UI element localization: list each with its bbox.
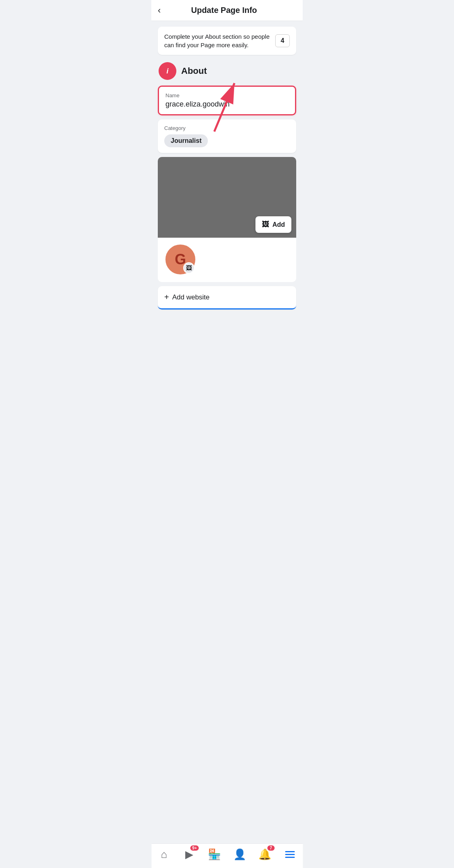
photo-icon: 🖼 bbox=[262, 220, 269, 229]
banner-text: Complete your About section so people ca… bbox=[164, 32, 270, 49]
page-title: Update Page Info bbox=[164, 6, 284, 15]
add-photo-label: Add bbox=[272, 221, 285, 228]
header: ‹ Update Page Info bbox=[151, 0, 303, 21]
name-value: grace.eliza.goodwin bbox=[165, 100, 289, 109]
banner-badge: 4 bbox=[275, 34, 290, 47]
about-header: i About bbox=[158, 62, 296, 80]
cover-photo-area[interactable]: 🖼 Add bbox=[158, 157, 296, 238]
about-title: About bbox=[181, 66, 207, 76]
about-icon: i bbox=[159, 62, 176, 80]
info-icon: i bbox=[166, 67, 168, 75]
info-banner: Complete your About section so people ca… bbox=[158, 27, 296, 55]
name-label: Name bbox=[165, 92, 289, 98]
add-website-text: Add website bbox=[172, 293, 210, 301]
add-website-card[interactable]: + Add website bbox=[158, 286, 296, 310]
category-label: Category bbox=[164, 125, 290, 131]
category-chip[interactable]: Journalist bbox=[164, 134, 208, 147]
avatar[interactable]: G 🖼 bbox=[164, 243, 197, 276]
back-button[interactable]: ‹ bbox=[158, 6, 161, 15]
profile-photo-area: G 🖼 bbox=[158, 238, 296, 282]
category-field-card[interactable]: Category Journalist bbox=[158, 119, 296, 153]
avatar-edit-button[interactable]: 🖼 bbox=[183, 262, 195, 274]
camera-icon: 🖼 bbox=[186, 265, 192, 271]
add-photo-button[interactable]: 🖼 Add bbox=[255, 216, 291, 233]
plus-icon: + bbox=[164, 293, 169, 302]
main-content: Complete your About section so people ca… bbox=[151, 21, 303, 319]
name-field-card[interactable]: Name grace.eliza.goodwin bbox=[158, 86, 296, 115]
